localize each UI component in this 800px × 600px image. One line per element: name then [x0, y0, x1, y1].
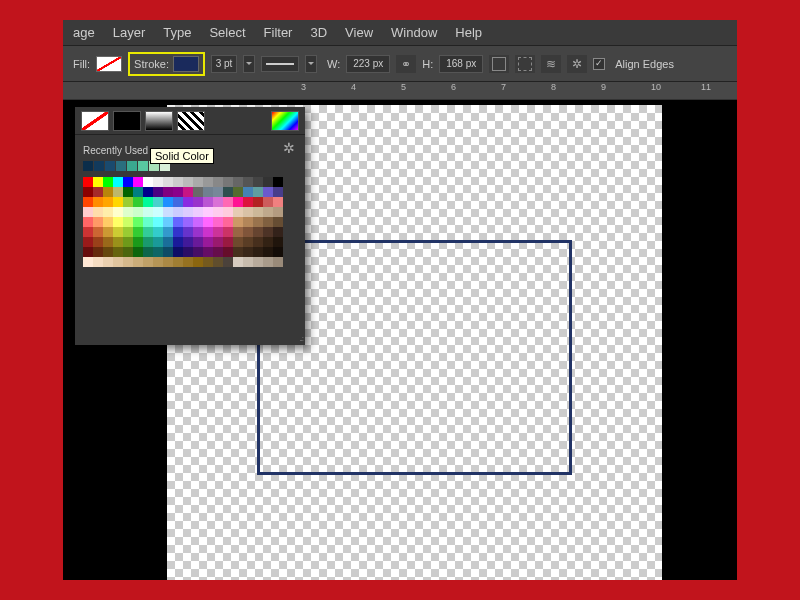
- path-align-icon[interactable]: [489, 55, 509, 73]
- color-swatch[interactable]: [153, 177, 163, 187]
- color-swatch[interactable]: [273, 197, 283, 207]
- color-swatch[interactable]: [153, 227, 163, 237]
- color-swatch[interactable]: [223, 247, 233, 257]
- color-swatch[interactable]: [113, 227, 123, 237]
- color-swatch[interactable]: [143, 197, 153, 207]
- color-swatch[interactable]: [173, 197, 183, 207]
- color-swatch[interactable]: [253, 217, 263, 227]
- color-swatch[interactable]: [183, 227, 193, 237]
- color-swatch[interactable]: [223, 217, 233, 227]
- color-swatch[interactable]: [263, 207, 273, 217]
- stroke-style-dropdown[interactable]: [261, 56, 299, 72]
- color-swatch[interactable]: [183, 207, 193, 217]
- color-swatch[interactable]: [203, 177, 213, 187]
- color-swatch[interactable]: [113, 207, 123, 217]
- color-swatch[interactable]: [263, 227, 273, 237]
- color-swatch[interactable]: [143, 237, 153, 247]
- color-swatch[interactable]: [113, 217, 123, 227]
- color-swatch[interactable]: [193, 207, 203, 217]
- color-swatch[interactable]: [243, 217, 253, 227]
- color-swatch[interactable]: [143, 257, 153, 267]
- color-swatch[interactable]: [273, 217, 283, 227]
- color-swatch[interactable]: [173, 177, 183, 187]
- menu-select[interactable]: Select: [209, 25, 245, 40]
- color-swatch[interactable]: [223, 227, 233, 237]
- color-swatch[interactable]: [83, 217, 93, 227]
- color-swatch[interactable]: [83, 237, 93, 247]
- color-swatch[interactable]: [273, 207, 283, 217]
- color-swatch[interactable]: [113, 197, 123, 207]
- color-swatch[interactable]: [243, 207, 253, 217]
- color-swatch[interactable]: [93, 187, 103, 197]
- color-swatch[interactable]: [203, 207, 213, 217]
- color-swatch[interactable]: [153, 247, 163, 257]
- color-swatch[interactable]: [133, 197, 143, 207]
- color-swatch[interactable]: [183, 217, 193, 227]
- color-swatch[interactable]: [93, 227, 103, 237]
- color-swatch[interactable]: [273, 237, 283, 247]
- color-swatch[interactable]: [193, 187, 203, 197]
- color-swatch[interactable]: [103, 257, 113, 267]
- link-wh-icon[interactable]: ⚭: [396, 55, 416, 73]
- color-swatch[interactable]: [123, 207, 133, 217]
- color-swatch[interactable]: [263, 257, 273, 267]
- color-swatch[interactable]: [253, 247, 263, 257]
- color-swatch[interactable]: [163, 217, 173, 227]
- pattern-button[interactable]: [177, 111, 205, 131]
- color-swatch[interactable]: [243, 237, 253, 247]
- color-swatch[interactable]: [183, 177, 193, 187]
- color-swatch[interactable]: [233, 257, 243, 267]
- color-swatch[interactable]: [133, 237, 143, 247]
- color-swatch[interactable]: [143, 177, 153, 187]
- color-swatch[interactable]: [223, 207, 233, 217]
- color-swatch[interactable]: [253, 207, 263, 217]
- color-swatch[interactable]: [103, 247, 113, 257]
- color-swatch[interactable]: [83, 187, 93, 197]
- color-swatch[interactable]: [203, 247, 213, 257]
- color-swatch[interactable]: [193, 257, 203, 267]
- color-swatch[interactable]: [243, 257, 253, 267]
- color-swatch[interactable]: [253, 227, 263, 237]
- color-swatch[interactable]: [213, 247, 223, 257]
- color-swatch[interactable]: [183, 187, 193, 197]
- color-swatch[interactable]: [213, 227, 223, 237]
- color-swatch[interactable]: [103, 217, 113, 227]
- color-swatch[interactable]: [203, 187, 213, 197]
- color-swatch[interactable]: [173, 227, 183, 237]
- color-swatch[interactable]: [103, 237, 113, 247]
- color-swatch[interactable]: [213, 237, 223, 247]
- color-swatch[interactable]: [273, 257, 283, 267]
- color-swatch[interactable]: [113, 247, 123, 257]
- color-swatch[interactable]: [93, 237, 103, 247]
- color-swatch[interactable]: [273, 187, 283, 197]
- color-swatch[interactable]: [193, 247, 203, 257]
- color-swatch[interactable]: [203, 237, 213, 247]
- color-swatch[interactable]: [93, 177, 103, 187]
- color-swatch[interactable]: [213, 257, 223, 267]
- color-swatch[interactable]: [123, 257, 133, 267]
- color-swatch[interactable]: [253, 177, 263, 187]
- width-input[interactable]: 223 px: [346, 55, 390, 73]
- color-swatch[interactable]: [253, 187, 263, 197]
- recent-swatch[interactable]: [116, 161, 126, 171]
- color-swatch[interactable]: [93, 197, 103, 207]
- color-swatch[interactable]: [93, 257, 103, 267]
- color-swatch[interactable]: [173, 237, 183, 247]
- color-swatch[interactable]: [253, 257, 263, 267]
- color-swatch[interactable]: [233, 207, 243, 217]
- color-swatch[interactable]: [163, 227, 173, 237]
- color-swatch[interactable]: [153, 207, 163, 217]
- color-swatch[interactable]: [133, 227, 143, 237]
- color-swatch[interactable]: [103, 207, 113, 217]
- color-swatch[interactable]: [243, 227, 253, 237]
- color-swatch[interactable]: [233, 187, 243, 197]
- fill-swatch[interactable]: [96, 56, 122, 72]
- menu-window[interactable]: Window: [391, 25, 437, 40]
- color-swatch[interactable]: [173, 217, 183, 227]
- color-swatch[interactable]: [193, 217, 203, 227]
- color-swatch[interactable]: [93, 207, 103, 217]
- color-swatch[interactable]: [263, 187, 273, 197]
- color-swatch[interactable]: [133, 247, 143, 257]
- color-swatch[interactable]: [223, 237, 233, 247]
- color-swatch[interactable]: [213, 217, 223, 227]
